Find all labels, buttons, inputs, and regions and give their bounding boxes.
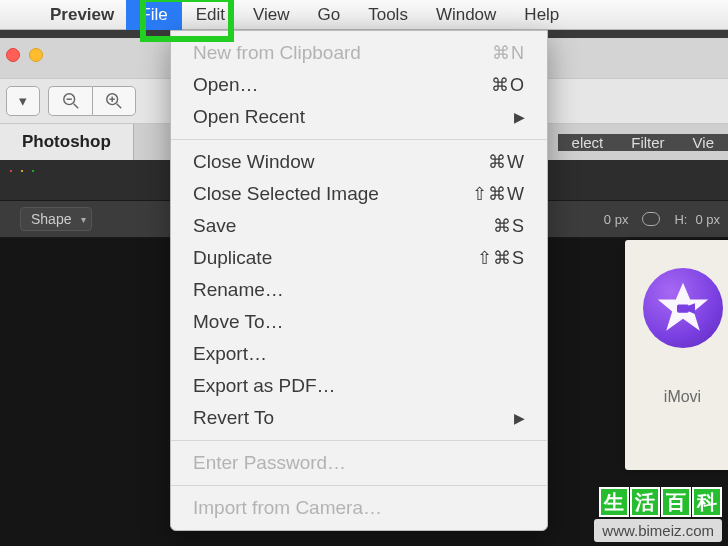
close-doc-icon[interactable] xyxy=(10,170,12,172)
mac-menubar: Preview File Edit View Go Tools Window H… xyxy=(0,0,728,30)
svg-rect-8 xyxy=(677,304,689,312)
menuitem-move-to[interactable]: Move To… xyxy=(171,306,547,338)
imovie-thumbnail[interactable]: iMovi xyxy=(625,240,728,470)
watermark-url: www.bimeiz.com xyxy=(594,519,722,542)
height-value: 0 px xyxy=(695,212,720,227)
menuitem-save[interactable]: Save ⌘S xyxy=(171,210,547,242)
menu-filter[interactable]: Filter xyxy=(617,134,678,151)
menuitem-close-window[interactable]: Close Window ⌘W xyxy=(171,146,547,178)
svg-line-1 xyxy=(73,104,78,109)
height-label: H: xyxy=(674,212,687,227)
menuitem-open-recent[interactable]: Open Recent ▶ xyxy=(171,101,547,133)
file-menu-dropdown: New from Clipboard ⌘N Open… ⌘O Open Rece… xyxy=(170,30,548,531)
zoom-controls xyxy=(48,86,136,116)
menu-select-partial[interactable]: elect xyxy=(558,134,618,151)
width-value: 0 px xyxy=(604,212,629,227)
imovie-label: iMovi xyxy=(664,388,701,406)
menuitem-revert-to[interactable]: Revert To ▶ xyxy=(171,402,547,434)
menu-view[interactable]: View xyxy=(239,0,304,30)
submenu-arrow-icon: ▶ xyxy=(514,410,525,426)
minimize-doc-icon[interactable] xyxy=(21,170,23,172)
zoom-out-button[interactable] xyxy=(48,86,92,116)
menu-separator xyxy=(171,139,547,140)
menuitem-new-from-clipboard: New from Clipboard ⌘N xyxy=(171,37,547,69)
menuitem-rename[interactable]: Rename… xyxy=(171,274,547,306)
watermark-badge: 生 活 百 科 xyxy=(599,487,722,517)
zoom-in-button[interactable] xyxy=(92,86,136,116)
zoom-doc-icon[interactable] xyxy=(32,170,34,172)
menu-go[interactable]: Go xyxy=(304,0,355,30)
menu-file[interactable]: File xyxy=(126,0,181,30)
minimize-window-icon[interactable] xyxy=(29,48,43,62)
sidebar-dropdown-button[interactable]: ▾ xyxy=(6,86,40,116)
menu-edit[interactable]: Edit xyxy=(182,0,239,30)
submenu-arrow-icon: ▶ xyxy=(514,109,525,125)
shape-dropdown-label: Shape xyxy=(31,211,71,227)
svg-line-4 xyxy=(117,104,122,109)
menuitem-import-from-camera: Import from Camera… xyxy=(171,492,547,524)
menuitem-enter-password: Enter Password… xyxy=(171,447,547,479)
menuitem-close-selected-image[interactable]: Close Selected Image ⇧⌘W xyxy=(171,178,547,210)
menuitem-export[interactable]: Export… xyxy=(171,338,547,370)
menuitem-export-as-pdf[interactable]: Export as PDF… xyxy=(171,370,547,402)
menu-tools[interactable]: Tools xyxy=(354,0,422,30)
menu-window[interactable]: Window xyxy=(422,0,510,30)
menu-view-partial[interactable]: Vie xyxy=(679,134,728,151)
imovie-icon xyxy=(643,268,723,348)
menu-help[interactable]: Help xyxy=(510,0,573,30)
document-traffic-lights xyxy=(10,170,34,172)
menuitem-open[interactable]: Open… ⌘O xyxy=(171,69,547,101)
menu-separator xyxy=(171,485,547,486)
shape-dropdown[interactable]: Shape xyxy=(20,207,92,231)
window-traffic-lights xyxy=(6,48,43,62)
close-window-icon[interactable] xyxy=(6,48,20,62)
watermark: 生 活 百 科 www.bimeiz.com xyxy=(594,487,722,542)
menu-separator xyxy=(171,440,547,441)
menuitem-duplicate[interactable]: Duplicate ⇧⌘S xyxy=(171,242,547,274)
app-name[interactable]: Preview xyxy=(38,5,126,25)
link-dimensions-icon[interactable] xyxy=(642,212,660,226)
tab-photoshop[interactable]: Photoshop xyxy=(0,124,134,160)
